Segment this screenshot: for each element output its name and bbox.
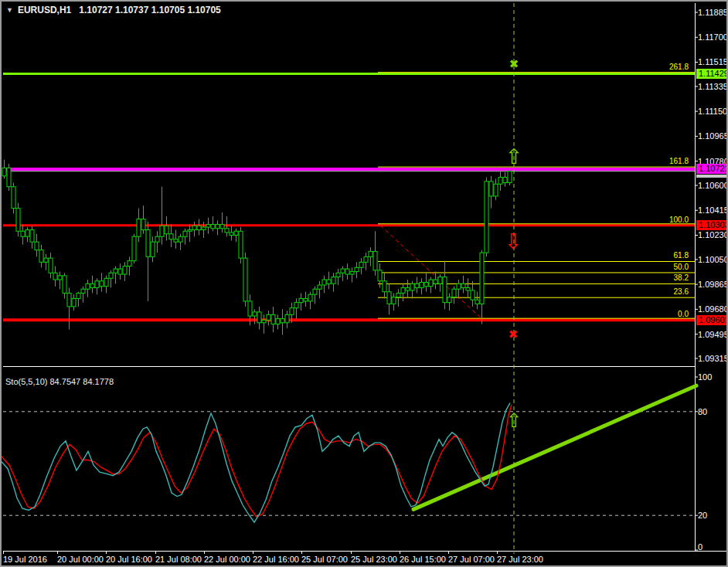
stoch-trend-line[interactable] <box>413 385 696 509</box>
time-axis-label: 25 Jul 07:00 <box>301 555 348 564</box>
price-badge: 1.11429 <box>696 69 728 79</box>
time-axis-label: 19 Jul 2016 <box>3 555 47 564</box>
green-cross-marker[interactable]: ✖ <box>509 59 519 70</box>
fib-level-label: 161.8 <box>669 157 689 165</box>
fib-level-label: 261.8 <box>669 63 689 71</box>
price-axis-label: 1.10230 <box>698 230 728 239</box>
fib-level-label: 38.2 <box>674 273 689 282</box>
stoch-indicator-label: Sto(5,5,10) 84.7547 84.1778 <box>5 377 114 386</box>
stoch-axis-label: 20 <box>698 511 707 520</box>
stoch-axis-label: 0 <box>698 542 702 552</box>
chart-titlebar: ▼EURUSD,H11.10727 1.10737 1.10705 1.1070… <box>6 5 221 15</box>
fib-level-label: 100.0 <box>669 216 689 224</box>
candles-group[interactable] <box>2 160 512 335</box>
chart-title-symbol: EURUSD,H1 <box>18 5 71 15</box>
chart-canvas[interactable] <box>2 2 728 567</box>
time-axis-label: 26 Jul 15:00 <box>400 555 446 564</box>
price-badge: 1.10721 <box>696 164 728 174</box>
price-axis-label: 1.09680 <box>698 304 728 314</box>
time-axis-label: 20 Jul 00:00 <box>57 555 104 564</box>
time-axis-label: 22 Jul 00:00 <box>204 555 250 564</box>
current-price-badge-clipped <box>696 175 728 178</box>
time-axis-label: 22 Jul 16:00 <box>253 555 299 564</box>
time-axis-label: 27 Jul 23:00 <box>497 555 543 564</box>
price-axis-label: 1.09865 <box>698 280 728 289</box>
red-cross-marker[interactable]: ✖ <box>509 329 519 341</box>
stoch-axis-label: 100 <box>698 372 712 382</box>
stoch-axis-label: 80 <box>698 407 707 416</box>
price-axis-label: 1.10600 <box>698 181 728 190</box>
time-axis-label: 27 Jul 07:00 <box>448 555 495 564</box>
price-axis-label: 1.10415 <box>698 205 728 215</box>
fib-level-label: 50.0 <box>674 263 689 271</box>
buy-arrow-marker[interactable]: ⇧ <box>505 146 523 167</box>
price-axis-label: 1.11885 <box>698 8 728 17</box>
time-axis-label: 20 Jul 16:00 <box>106 555 152 564</box>
sell-arrow-marker[interactable]: ⇩ <box>505 231 522 252</box>
stoch-main-line <box>2 403 510 523</box>
price-axis-label: 1.11700 <box>698 32 728 42</box>
mt4-chart-window: ▼EURUSD,H11.10727 1.10737 1.10705 1.1070… <box>0 0 728 567</box>
symbol-dropdown-icon[interactable]: ▼ <box>6 6 13 14</box>
stoch-buy-arrow-marker[interactable]: ⇧ <box>506 411 522 430</box>
chart-title-quotes: 1.10727 1.10737 1.10705 1.10705 <box>79 5 221 15</box>
time-axis-label: 25 Jul 23:00 <box>351 555 397 564</box>
price-badge: 1.09601 <box>696 315 728 325</box>
fib-level-label: 61.8 <box>674 251 689 260</box>
price-axis-label: 1.10965 <box>698 131 728 141</box>
price-axis-label: 1.11150 <box>698 107 727 116</box>
fib-level-label: 0.0 <box>678 310 689 318</box>
price-axis-label: 1.11335 <box>698 82 728 91</box>
fib-level-label: 23.6 <box>674 287 689 296</box>
price-axis-label: 1.10050 <box>698 255 728 264</box>
price-axis-label: 1.11515 <box>698 57 728 66</box>
time-axis-label: 21 Jul 08:00 <box>155 555 202 564</box>
price-axis-label: 1.09495 <box>698 330 728 339</box>
price-axis-label: 1.09315 <box>698 354 728 363</box>
price-badge: 1.10303 <box>696 220 728 230</box>
